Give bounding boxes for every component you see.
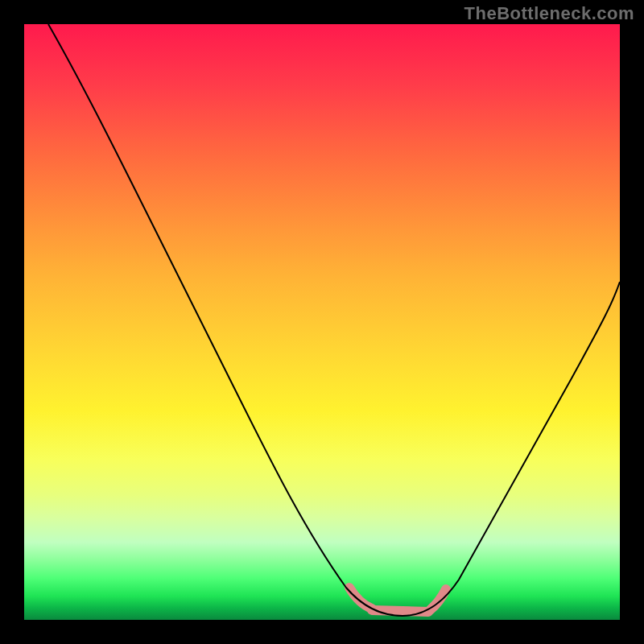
curve-layer — [24, 24, 620, 620]
bottleneck-curve — [48, 24, 620, 616]
chart-frame: TheBottleneck.com — [0, 0, 644, 644]
highlight-segment-left — [349, 588, 372, 609]
watermark-text: TheBottleneck.com — [464, 3, 634, 24]
plot-area — [24, 24, 620, 620]
